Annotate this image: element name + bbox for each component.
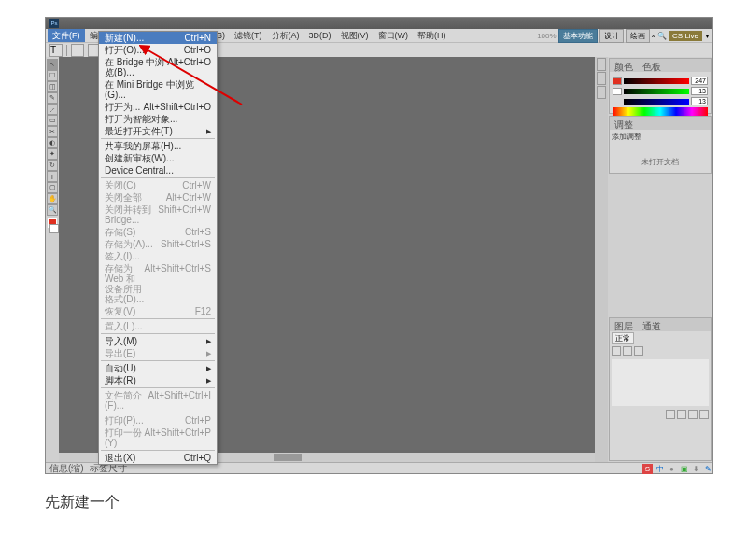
menu-item: 关闭全部Alt+Ctrl+W	[99, 191, 217, 203]
layers-panel: 图层 通道 正常	[609, 317, 712, 461]
menu-item[interactable]: 最近打开文件(T)▶	[99, 125, 217, 137]
menu-6[interactable]: 分析(A)	[267, 29, 304, 42]
add-adjustment-label: 添加调整	[610, 130, 711, 144]
tool-11[interactable]: ▢	[47, 182, 58, 193]
menu-item[interactable]: 打开为智能对象...	[99, 113, 217, 125]
menu-item[interactable]: 打开为...Alt+Shift+Ctrl+O	[99, 101, 217, 113]
tool-3[interactable]: ✎	[47, 92, 58, 104]
tool-12[interactable]: ✋	[47, 193, 58, 204]
mini-panel-2[interactable]	[597, 72, 606, 85]
menu-item: 签入(I)...	[99, 250, 217, 262]
tray-icon-2[interactable]: ●	[667, 464, 677, 474]
bg-swatch-icon[interactable]	[613, 88, 622, 95]
opt-btn-1[interactable]	[71, 44, 84, 57]
tool-preset-button[interactable]: T	[49, 44, 63, 57]
zoom-level: 100%	[537, 32, 556, 40]
right-panel-dock: 颜色 色板 247 13	[608, 57, 712, 462]
tool-4[interactable]: ⟋	[47, 104, 58, 115]
lock-position-icon[interactable]	[634, 346, 643, 356]
menu-item[interactable]: Device Central...	[99, 164, 217, 176]
collapsed-panel-dock	[595, 57, 608, 462]
menu-item[interactable]: 脚本(R)▶	[99, 374, 217, 386]
search-icon[interactable]: 🔍	[657, 32, 667, 40]
menu-item[interactable]: 退出(X)Ctrl+Q	[99, 452, 217, 464]
tool-8[interactable]: ✦	[47, 148, 58, 160]
menu-7[interactable]: 3D(D)	[304, 29, 336, 42]
menu-item[interactable]: 在 Mini Bridge 中浏览(G)...	[99, 78, 217, 101]
menu-item[interactable]: 在 Bridge 中浏览(B)...Alt+Ctrl+O	[99, 56, 217, 78]
caption-text: 先新建一个	[45, 493, 120, 512]
tray-icon-4[interactable]: ⬇	[691, 464, 701, 474]
workspace-design-button[interactable]: 设计	[599, 29, 624, 43]
g-slider[interactable]	[624, 89, 689, 94]
tray-icon-ime[interactable]: 中	[655, 464, 665, 474]
new-layer-icon[interactable]	[688, 410, 698, 419]
tool-10[interactable]: T	[47, 171, 58, 182]
menu-item[interactable]: 打开(O)...Ctrl+O	[99, 44, 217, 56]
r-value[interactable]: 247	[691, 77, 708, 85]
menu-item: 恢复(V)F12	[99, 305, 217, 317]
color-swatches[interactable]	[46, 218, 59, 233]
tool-9[interactable]: ↻	[47, 160, 58, 171]
menu-item: 文件简介(F)...Alt+Shift+Ctrl+I	[99, 389, 217, 412]
double-arrow-icon[interactable]: »	[652, 32, 655, 40]
toolbox: ↖☐◫✎⟋▭✂◐✦↻T▢✋🔍	[46, 57, 59, 462]
menu-item: 打印一份(Y)Alt+Shift+Ctrl+P	[99, 427, 217, 449]
title-bar: Ps	[46, 18, 712, 29]
mask-icon[interactable]	[677, 410, 686, 419]
ps-logo-icon: Ps	[49, 19, 59, 28]
blend-mode-select[interactable]: 正常	[612, 332, 634, 344]
adjustments-tab[interactable]: 调整	[610, 117, 638, 130]
app-window: Ps 文件(F)编辑(E)图像(I)图层(L)选择(S)滤镜(T)分析(A)3D…	[45, 17, 713, 474]
menu-5[interactable]: 滤镜(T)	[230, 29, 267, 42]
tray-icon-s[interactable]: S	[642, 464, 653, 474]
dropdown-icon[interactable]: ▼	[704, 33, 711, 39]
tool-13[interactable]: 🔍	[47, 204, 58, 216]
b-value[interactable]: 13	[691, 97, 708, 105]
color-tab[interactable]: 颜色	[610, 59, 638, 72]
menu-9[interactable]: 窗口(W)	[374, 29, 414, 42]
menu-item: 打印(P)...Ctrl+P	[99, 414, 217, 427]
background-color[interactable]	[49, 224, 59, 233]
lock-pixels-icon[interactable]	[623, 346, 632, 356]
menu-item[interactable]: 共享我的屏幕(H)...	[99, 140, 217, 152]
r-slider[interactable]	[624, 78, 689, 84]
menu-item: 存储为 Web 和设备所用格式(D)...Alt+Shift+Ctrl+S	[99, 262, 217, 305]
workspace-essentials-button[interactable]: 基本功能	[558, 29, 598, 43]
trash-icon[interactable]	[699, 410, 709, 419]
b-slider[interactable]	[624, 99, 689, 105]
tool-7[interactable]: ◐	[47, 137, 58, 148]
scroll-thumb[interactable]	[274, 454, 302, 461]
channels-tab[interactable]: 通道	[638, 318, 666, 331]
tray-icon-3[interactable]: ▣	[679, 464, 689, 474]
menu-8[interactable]: 视图(V)	[336, 29, 374, 42]
swatches-tab[interactable]: 色板	[638, 59, 666, 72]
menu-item[interactable]: 新建(N)...Ctrl+N	[99, 32, 217, 44]
tool-1[interactable]: ☐	[47, 70, 58, 81]
lock-all-icon[interactable]	[612, 346, 621, 356]
tool-6[interactable]: ✂	[47, 126, 58, 137]
g-value[interactable]: 13	[691, 87, 708, 95]
r-slider-row: 247	[613, 77, 708, 85]
file-menu-dropdown: 新建(N)...Ctrl+N打开(O)...Ctrl+O在 Bridge 中浏览…	[98, 31, 218, 465]
fg-swatch-icon[interactable]	[613, 77, 622, 85]
tray-icons: S 中 ● ▣ ⬇ ✎	[642, 464, 713, 474]
layers-tab[interactable]: 图层	[610, 318, 638, 331]
menu-item[interactable]: 自动(U)▶	[99, 362, 217, 374]
cs-live-button[interactable]: CS Live	[669, 31, 702, 41]
workspace-painting-button[interactable]: 绘画	[626, 29, 650, 43]
mini-panel-3[interactable]	[597, 86, 606, 99]
menu-10[interactable]: 帮助(H)	[413, 29, 451, 42]
menu-item[interactable]: 导入(M)▶	[99, 335, 217, 347]
tool-2[interactable]: ◫	[47, 81, 58, 92]
tool-5[interactable]: ▭	[47, 115, 58, 126]
mini-panel-1[interactable]	[597, 58, 606, 71]
fx-icon[interactable]	[666, 410, 675, 419]
menu-0[interactable]: 文件(F)	[48, 29, 85, 42]
tray-icon-5[interactable]: ✎	[703, 464, 713, 474]
color-panel: 颜色 色板 247 13	[609, 58, 712, 114]
tool-0[interactable]: ↖	[47, 59, 58, 70]
menubar-right: 100% 基本功能 设计 绘画 » 🔍 CS Live ▼	[537, 29, 711, 43]
b-slider-row: 13	[613, 97, 708, 105]
menu-item[interactable]: 创建新审核(W)...	[99, 152, 217, 164]
